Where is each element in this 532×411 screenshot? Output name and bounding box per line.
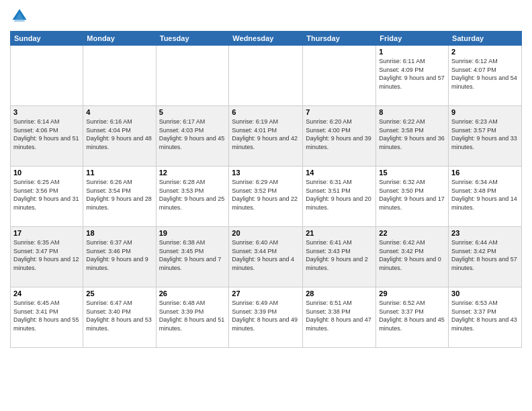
day-info: Sunrise: 6:28 AM Sunset: 3:53 PM Dayligh… — [159, 178, 226, 212]
calendar-cell: 3Sunrise: 6:14 AM Sunset: 4:06 PM Daylig… — [11, 106, 83, 167]
calendar-cell — [83, 46, 156, 106]
logo-icon — [10, 7, 29, 26]
day-number: 7 — [306, 108, 373, 116]
day-info: Sunrise: 6:35 AM Sunset: 3:47 PM Dayligh… — [13, 238, 80, 272]
calendar-cell: 6Sunrise: 6:19 AM Sunset: 4:01 PM Daylig… — [229, 106, 303, 167]
weekday-header-friday: Friday — [376, 32, 449, 46]
calendar-cell: 5Sunrise: 6:17 AM Sunset: 4:03 PM Daylig… — [156, 106, 229, 167]
day-number: 29 — [379, 289, 445, 298]
day-info: Sunrise: 6:37 AM Sunset: 3:46 PM Dayligh… — [86, 238, 152, 272]
day-info: Sunrise: 6:19 AM Sunset: 4:01 PM Dayligh… — [232, 118, 300, 151]
calendar-cell: 13Sunrise: 6:29 AM Sunset: 3:52 PM Dayli… — [229, 167, 303, 227]
calendar-cell: 2Sunrise: 6:12 AM Sunset: 4:07 PM Daylig… — [449, 46, 522, 106]
day-info: Sunrise: 6:34 AM Sunset: 3:48 PM Dayligh… — [451, 178, 519, 212]
weekday-header-monday: Monday — [83, 32, 156, 46]
header — [10, 7, 522, 26]
day-number: 11 — [86, 169, 152, 177]
calendar-cell: 28Sunrise: 6:51 AM Sunset: 3:38 PM Dayli… — [303, 287, 376, 348]
day-info: Sunrise: 6:52 AM Sunset: 3:37 PM Dayligh… — [379, 299, 445, 332]
day-info: Sunrise: 6:41 AM Sunset: 3:43 PM Dayligh… — [306, 238, 373, 272]
day-info: Sunrise: 6:23 AM Sunset: 3:57 PM Dayligh… — [451, 118, 519, 151]
day-number: 24 — [13, 289, 80, 298]
calendar-cell: 30Sunrise: 6:53 AM Sunset: 3:37 PM Dayli… — [449, 287, 522, 348]
calendar-cell: 29Sunrise: 6:52 AM Sunset: 3:37 PM Dayli… — [376, 287, 449, 348]
calendar-cell: 16Sunrise: 6:34 AM Sunset: 3:48 PM Dayli… — [449, 167, 522, 227]
calendar-cell: 25Sunrise: 6:47 AM Sunset: 3:40 PM Dayli… — [83, 287, 156, 348]
weekday-header-thursday: Thursday — [303, 32, 376, 46]
day-number: 8 — [379, 108, 445, 116]
calendar-cell — [156, 46, 229, 106]
day-info: Sunrise: 6:49 AM Sunset: 3:39 PM Dayligh… — [232, 299, 300, 332]
day-info: Sunrise: 6:51 AM Sunset: 3:38 PM Dayligh… — [306, 299, 373, 332]
day-number: 18 — [86, 229, 152, 237]
day-number: 23 — [451, 229, 519, 237]
calendar-cell — [303, 46, 376, 106]
day-info: Sunrise: 6:42 AM Sunset: 3:42 PM Dayligh… — [379, 238, 445, 272]
day-info: Sunrise: 6:32 AM Sunset: 3:50 PM Dayligh… — [379, 178, 445, 212]
day-number: 9 — [451, 108, 519, 116]
day-info: Sunrise: 6:44 AM Sunset: 3:42 PM Dayligh… — [451, 238, 519, 272]
calendar-week-3: 17Sunrise: 6:35 AM Sunset: 3:47 PM Dayli… — [11, 227, 522, 287]
calendar: SundayMondayTuesdayWednesdayThursdayFrid… — [10, 31, 522, 348]
calendar-cell: 23Sunrise: 6:44 AM Sunset: 3:42 PM Dayli… — [449, 227, 522, 287]
day-info: Sunrise: 6:38 AM Sunset: 3:45 PM Dayligh… — [159, 238, 226, 272]
day-info: Sunrise: 6:48 AM Sunset: 3:39 PM Dayligh… — [159, 299, 226, 332]
day-number: 30 — [451, 289, 519, 298]
day-info: Sunrise: 6:31 AM Sunset: 3:51 PM Dayligh… — [306, 178, 373, 212]
day-info: Sunrise: 6:22 AM Sunset: 3:58 PM Dayligh… — [379, 118, 445, 151]
day-number: 14 — [306, 169, 373, 177]
calendar-cell: 27Sunrise: 6:49 AM Sunset: 3:39 PM Dayli… — [229, 287, 303, 348]
day-number: 20 — [232, 229, 300, 237]
calendar-week-1: 3Sunrise: 6:14 AM Sunset: 4:06 PM Daylig… — [11, 106, 522, 167]
calendar-header: SundayMondayTuesdayWednesdayThursdayFrid… — [11, 32, 522, 46]
calendar-cell: 21Sunrise: 6:41 AM Sunset: 3:43 PM Dayli… — [303, 227, 376, 287]
day-number: 19 — [159, 229, 226, 237]
day-number: 21 — [306, 229, 373, 237]
calendar-cell: 22Sunrise: 6:42 AM Sunset: 3:42 PM Dayli… — [376, 227, 449, 287]
page: SundayMondayTuesdayWednesdayThursdayFrid… — [0, 0, 532, 411]
weekday-header-tuesday: Tuesday — [156, 32, 229, 46]
day-number: 5 — [159, 108, 226, 116]
day-info: Sunrise: 6:26 AM Sunset: 3:54 PM Dayligh… — [86, 178, 152, 212]
calendar-week-0: 1Sunrise: 6:11 AM Sunset: 4:09 PM Daylig… — [11, 46, 522, 106]
day-number: 10 — [13, 169, 80, 177]
day-number: 26 — [159, 289, 226, 298]
calendar-cell: 20Sunrise: 6:40 AM Sunset: 3:44 PM Dayli… — [229, 227, 303, 287]
day-number: 6 — [232, 108, 300, 116]
calendar-week-2: 10Sunrise: 6:25 AM Sunset: 3:56 PM Dayli… — [11, 167, 522, 227]
calendar-cell: 17Sunrise: 6:35 AM Sunset: 3:47 PM Dayli… — [11, 227, 83, 287]
day-info: Sunrise: 6:12 AM Sunset: 4:07 PM Dayligh… — [451, 57, 519, 91]
calendar-body: 1Sunrise: 6:11 AM Sunset: 4:09 PM Daylig… — [11, 46, 522, 348]
day-number: 25 — [86, 289, 152, 298]
calendar-cell: 14Sunrise: 6:31 AM Sunset: 3:51 PM Dayli… — [303, 167, 376, 227]
day-info: Sunrise: 6:14 AM Sunset: 4:06 PM Dayligh… — [13, 118, 80, 151]
day-number: 16 — [451, 169, 519, 177]
calendar-cell — [11, 46, 83, 106]
calendar-cell: 4Sunrise: 6:16 AM Sunset: 4:04 PM Daylig… — [83, 106, 156, 167]
day-info: Sunrise: 6:29 AM Sunset: 3:52 PM Dayligh… — [232, 178, 300, 212]
day-info: Sunrise: 6:47 AM Sunset: 3:40 PM Dayligh… — [86, 299, 152, 332]
day-number: 12 — [159, 169, 226, 177]
day-number: 13 — [232, 169, 300, 177]
calendar-cell: 8Sunrise: 6:22 AM Sunset: 3:58 PM Daylig… — [376, 106, 449, 167]
weekday-header-wednesday: Wednesday — [229, 32, 303, 46]
day-number: 22 — [379, 229, 445, 237]
day-info: Sunrise: 6:45 AM Sunset: 3:41 PM Dayligh… — [13, 299, 80, 332]
day-number: 15 — [379, 169, 445, 177]
day-info: Sunrise: 6:17 AM Sunset: 4:03 PM Dayligh… — [159, 118, 226, 151]
calendar-cell: 19Sunrise: 6:38 AM Sunset: 3:45 PM Dayli… — [156, 227, 229, 287]
calendar-cell: 18Sunrise: 6:37 AM Sunset: 3:46 PM Dayli… — [83, 227, 156, 287]
logo — [10, 7, 32, 26]
day-info: Sunrise: 6:20 AM Sunset: 4:00 PM Dayligh… — [306, 118, 373, 151]
day-number: 4 — [86, 108, 152, 116]
day-info: Sunrise: 6:16 AM Sunset: 4:04 PM Dayligh… — [86, 118, 152, 151]
calendar-cell: 7Sunrise: 6:20 AM Sunset: 4:00 PM Daylig… — [303, 106, 376, 167]
calendar-cell: 11Sunrise: 6:26 AM Sunset: 3:54 PM Dayli… — [83, 167, 156, 227]
day-number: 27 — [232, 289, 300, 298]
day-number: 1 — [379, 48, 445, 56]
day-info: Sunrise: 6:25 AM Sunset: 3:56 PM Dayligh… — [13, 178, 80, 212]
calendar-cell: 9Sunrise: 6:23 AM Sunset: 3:57 PM Daylig… — [449, 106, 522, 167]
day-number: 28 — [306, 289, 373, 298]
calendar-cell: 12Sunrise: 6:28 AM Sunset: 3:53 PM Dayli… — [156, 167, 229, 227]
weekday-header-sunday: Sunday — [11, 32, 83, 46]
